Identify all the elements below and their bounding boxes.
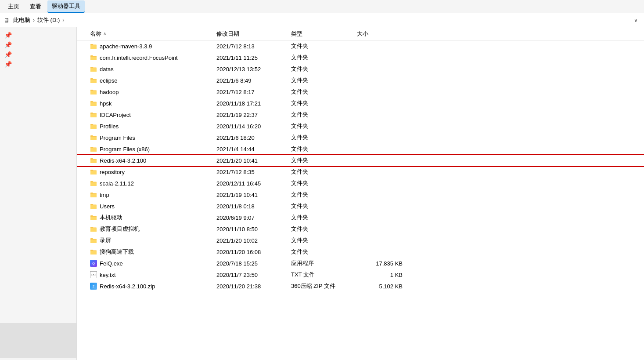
file-name-text: apache-maven-3.3.9 (100, 43, 152, 50)
table-row[interactable]: repository 2021/7/12 8:35 文件夹 (77, 166, 644, 178)
folder-icon (90, 111, 97, 118)
file-type-cell: 文件夹 (288, 99, 353, 107)
file-date-cell: 2020/6/19 9:07 (213, 215, 288, 221)
pin-icon-3[interactable]: 📌 (4, 50, 12, 59)
menu-home[interactable]: 主页 (4, 1, 24, 12)
file-type-cell: 文件夹 (288, 168, 353, 176)
table-row[interactable]: datas 2020/12/13 13:52 文件夹 (77, 63, 644, 75)
col-header-type[interactable]: 类型 (288, 30, 353, 38)
file-name-cell: Users (77, 203, 213, 210)
file-name-cell: apache-maven-3.3.9 (77, 43, 213, 50)
file-name-cell: 本机驱动 (77, 214, 213, 222)
folder-icon (90, 157, 97, 164)
folder-icon (90, 43, 97, 50)
file-name-cell: 录屏 (77, 236, 213, 244)
file-name-cell: Z Redis-x64-3.2.100.zip (77, 283, 213, 290)
sidebar-bottom (0, 323, 76, 358)
table-row[interactable]: Redis-x64-3.2.100 2021/1/20 10:41 文件夹 (77, 155, 644, 166)
folder-icon (90, 123, 97, 130)
breadcrumb-drive[interactable]: 软件 (D:) (37, 16, 60, 24)
file-name-cell: Redis-x64-3.2.100 (77, 157, 213, 164)
file-date-cell: 2020/11/20 21:38 (213, 283, 288, 290)
table-row[interactable]: apache-maven-3.3.9 2021/7/12 8:13 文件夹 (77, 40, 644, 52)
file-name-cell: Q FeiQ.exe (77, 260, 213, 267)
file-type-cell: 文件夹 (288, 202, 353, 210)
table-row[interactable]: Users 2020/11/8 0:18 文件夹 (77, 200, 644, 212)
breadcrumb-sep-2: › (62, 17, 64, 23)
table-row[interactable]: 本机驱动 2020/6/19 9:07 文件夹 (77, 212, 644, 223)
col-header-name[interactable]: 名称 ∧ (77, 30, 213, 38)
file-name-text: Users (100, 203, 115, 210)
file-date-cell: 2020/11/18 17:21 (213, 100, 288, 107)
breadcrumb-expand[interactable]: ∨ (631, 16, 640, 24)
file-name-cell: hpsk (77, 100, 213, 107)
folder-icon (90, 88, 97, 95)
file-name-text: 本机驱动 (100, 214, 122, 222)
folder-icon (90, 237, 97, 244)
table-row[interactable]: com.fr.intelli.record.FocusPoint 2021/1/… (77, 52, 644, 63)
breadcrumb-icon: 🖥 (4, 17, 10, 24)
file-name-text: datas (100, 66, 114, 73)
table-row[interactable]: 录屏 2021/1/20 10:02 文件夹 (77, 235, 644, 246)
file-date-cell: 2021/7/12 8:35 (213, 169, 288, 175)
table-row[interactable]: TXT key.txt 2020/11/7 23:50 TXT 文件 1 KB (77, 269, 644, 280)
folder-icon (90, 100, 97, 107)
file-name-text: 教育项目虚拟机 (100, 225, 140, 233)
file-name-text: Profiles (100, 123, 119, 130)
file-date-cell: 2021/1/20 10:02 (213, 237, 288, 244)
table-row[interactable]: Program Files (x86) 2021/1/4 14:44 文件夹 (77, 143, 644, 155)
table-row[interactable]: tmp 2021/1/19 10:41 文件夹 (77, 189, 644, 200)
col-header-date[interactable]: 修改日期 (213, 30, 288, 38)
file-type-cell: 文件夹 (288, 214, 353, 222)
table-row[interactable]: Profiles 2020/11/14 16:20 文件夹 (77, 120, 644, 132)
pin-icon-4[interactable]: 📌 (4, 60, 12, 69)
file-date-cell: 2020/11/7 23:50 (213, 272, 288, 278)
col-header-size[interactable]: 大小 (353, 30, 406, 38)
file-date-cell: 2021/1/4 14:44 (213, 146, 288, 153)
folder-icon (90, 203, 97, 210)
file-date-cell: 2021/1/20 10:41 (213, 157, 288, 164)
file-name-text: 录屏 (100, 236, 111, 244)
table-row[interactable]: Z Redis-x64-3.2.100.zip 2020/11/20 21:38… (77, 280, 644, 292)
file-name-text: eclipse (100, 77, 117, 84)
file-date-cell: 2021/1/6 18:20 (213, 135, 288, 141)
sidebar-pin-area: 📌 📌 📌 📌 (0, 29, 76, 70)
table-row[interactable]: Program Files 2021/1/6 18:20 文件夹 (77, 132, 644, 143)
file-name-cell: hadoop (77, 88, 213, 95)
file-type-cell: 文件夹 (288, 122, 353, 130)
file-type-cell: 360压缩 ZIP 文件 (288, 282, 353, 290)
menu-bar: 主页 查看 驱动器工具 (0, 0, 644, 13)
menu-view[interactable]: 查看 (25, 1, 46, 12)
column-header: 名称 ∧ 修改日期 类型 大小 (77, 27, 644, 40)
table-row[interactable]: 教育项目虚拟机 2020/11/10 8:50 文件夹 (77, 223, 644, 235)
file-type-cell: 文件夹 (288, 145, 353, 153)
file-name-text: tmp (100, 192, 109, 198)
file-name-text: Program Files (x86) (100, 146, 150, 153)
pin-icon-2[interactable]: 📌 (4, 40, 12, 49)
file-date-cell: 2021/1/19 10:41 (213, 192, 288, 198)
breadcrumb-computer[interactable]: 此电脑 (13, 16, 30, 24)
table-row[interactable]: Q FeiQ.exe 2020/7/18 15:25 应用程序 17,835 K… (77, 258, 644, 269)
file-type-cell: 文件夹 (288, 179, 353, 187)
table-row[interactable]: hpsk 2020/11/18 17:21 文件夹 (77, 98, 644, 109)
table-row[interactable]: IDEAProject 2021/1/19 22:37 文件夹 (77, 109, 644, 120)
file-name-text: 搜狗高速下载 (100, 248, 134, 256)
folder-icon (90, 214, 97, 221)
menu-driver-tools[interactable]: 驱动器工具 (47, 0, 85, 13)
file-date-cell: 2020/12/13 13:52 (213, 66, 288, 73)
pin-icon-1[interactable]: 📌 (4, 31, 12, 40)
file-date-cell: 2021/7/12 8:13 (213, 43, 288, 50)
file-type-cell: 文件夹 (288, 134, 353, 142)
table-row[interactable]: 搜狗高速下载 2020/11/20 16:08 文件夹 (77, 246, 644, 258)
table-row[interactable]: eclipse 2021/1/6 8:49 文件夹 (77, 75, 644, 86)
file-name-cell: TXT key.txt (77, 271, 213, 278)
folder-icon (90, 248, 97, 255)
file-name-text: FeiQ.exe (100, 260, 123, 267)
file-name-cell: IDEAProject (77, 111, 213, 118)
table-row[interactable]: hadoop 2021/7/12 8:17 文件夹 (77, 86, 644, 98)
folder-icon (90, 54, 97, 61)
file-date-cell: 2021/1/19 22:37 (213, 112, 288, 118)
table-row[interactable]: scala-2.11.12 2020/12/11 16:45 文件夹 (77, 178, 644, 189)
file-date-cell: 2020/11/14 16:20 (213, 123, 288, 130)
file-date-cell: 2021/1/6 8:49 (213, 77, 288, 84)
